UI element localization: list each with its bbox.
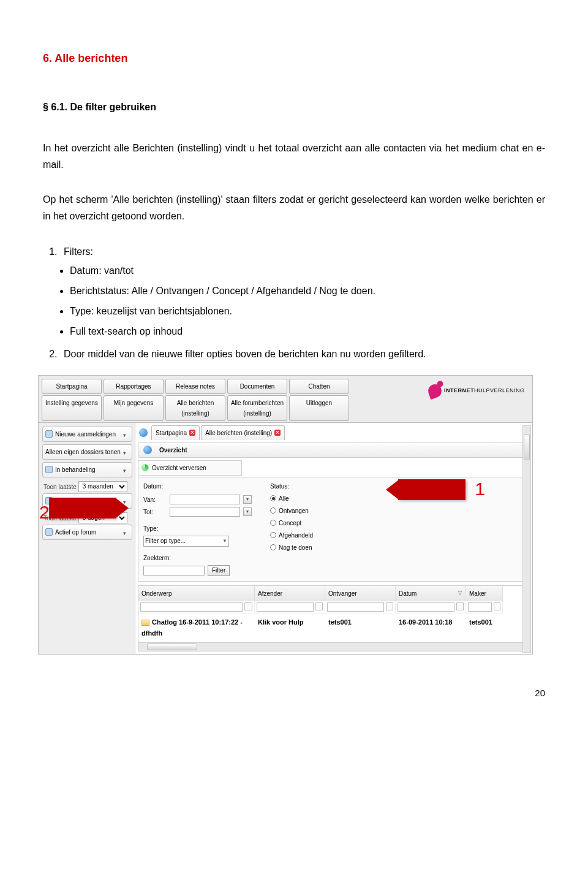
- section-label: Overzicht: [159, 445, 187, 455]
- status-radio[interactable]: Alle: [270, 493, 313, 504]
- col-filter-input[interactable]: [327, 602, 384, 612]
- col-maker[interactable]: Maker: [466, 586, 503, 601]
- radio-label: Nog te doen: [279, 542, 312, 553]
- radio-label: Concept: [279, 518, 301, 528]
- filter-button[interactable]: Filter: [208, 565, 230, 576]
- nav-button[interactable]: Chatten: [289, 379, 349, 394]
- tot-label: Tot:: [143, 507, 167, 517]
- chevron-down-icon: ▼: [222, 537, 227, 545]
- date-from-input[interactable]: [170, 495, 240, 504]
- refresh-label: Overzicht verversen: [152, 463, 206, 473]
- type-label: Type:: [143, 523, 252, 534]
- bullet-item: Datum: van/tot: [70, 262, 545, 279]
- logo-text: INTERNETHULPVERLENING: [444, 386, 525, 395]
- list-item-intro: Filters:: [64, 246, 93, 257]
- subsection-title: § 6.1. De filter gebruiken: [43, 99, 545, 115]
- chevron-icon: ▾: [123, 529, 129, 535]
- nav-button[interactable]: Uitloggen: [289, 395, 349, 421]
- calendar-icon[interactable]: ▾: [243, 507, 252, 516]
- messages-grid: Onderwerp Afzender Ontvanger Datum▽ Make…: [138, 585, 530, 651]
- date-to-input[interactable]: [170, 507, 240, 517]
- filter-menu-icon[interactable]: [315, 602, 323, 610]
- radio-label: Ontvangen: [279, 506, 309, 516]
- close-icon[interactable]: [274, 430, 281, 436]
- grid-header-row: Onderwerp Afzender Ontvanger Datum▽ Make…: [138, 586, 529, 601]
- nav-button[interactable]: Rapportages: [104, 379, 164, 394]
- filter-panel: Datum: Van: ▾ Tot: ▾ Type:: [138, 477, 530, 582]
- sidebar-item[interactable]: Nieuwe aanmeldingen ▾: [42, 427, 132, 442]
- nav-button[interactable]: Documenten: [227, 379, 287, 394]
- sidebar-item[interactable]: In behandeling ▾: [42, 462, 132, 477]
- bullet-item: Berichtstatus: Alle / Ontvangen / Concep…: [70, 283, 545, 299]
- callout-number-1: 1: [475, 473, 485, 504]
- nav-button[interactable]: Alle berichten (instelling): [165, 395, 225, 421]
- grid-filter-row: [138, 601, 529, 613]
- sidebar-item[interactable]: Actief op forum ▾: [42, 525, 132, 540]
- close-icon[interactable]: [189, 430, 195, 436]
- calendar-icon[interactable]: ▾: [243, 495, 252, 504]
- nav-button[interactable]: Mijn gegevens: [104, 395, 164, 421]
- folder-icon: [45, 466, 53, 473]
- cell-datum: 16-09-2011 10:18: [396, 613, 466, 642]
- sidebar-item-label: Actief op forum: [55, 527, 96, 537]
- col-ontvanger[interactable]: Ontvanger: [325, 586, 396, 601]
- radio-label: Alle: [279, 493, 289, 504]
- chevron-icon: ▾: [123, 431, 129, 437]
- tab-label: Alle berichten (instelling): [205, 428, 272, 438]
- globe-icon: [143, 446, 152, 454]
- scrollbar-horizontal[interactable]: [138, 642, 529, 651]
- status-radio[interactable]: Nog te doen: [270, 542, 313, 553]
- list-item-2: Door middel van de nieuwe filter opties …: [60, 346, 545, 362]
- filter-menu-icon[interactable]: [494, 602, 500, 610]
- numbered-list: Filters: Datum: van/tot Berichtstatus: A…: [60, 243, 545, 363]
- radio-icon: [270, 520, 276, 526]
- col-filter-input[interactable]: [468, 602, 492, 612]
- van-label: Van:: [143, 495, 167, 505]
- tab-startpagina[interactable]: Startpagina: [151, 425, 200, 440]
- screenshot-figure: INTERNETHULPVERLENING Startpagina Rappor…: [43, 375, 545, 655]
- callout-arrow-2: [49, 498, 116, 518]
- radio-icon: [270, 495, 276, 501]
- nav-button[interactable]: Release notes: [165, 379, 225, 394]
- col-onderwerp[interactable]: Onderwerp: [138, 586, 255, 601]
- body-paragraph-2: Op het scherm 'Alle berichten (instellin…: [43, 191, 545, 224]
- tab-label: Startpagina: [156, 428, 187, 438]
- nav-button[interactable]: Startpagina: [42, 379, 102, 394]
- filter-menu-icon[interactable]: [244, 602, 252, 610]
- radio-icon: [270, 532, 276, 538]
- refresh-icon: [141, 464, 149, 471]
- tab-alle-berichten[interactable]: Alle berichten (instelling): [201, 425, 285, 440]
- col-afzender[interactable]: Afzender: [255, 586, 325, 601]
- filter-menu-icon[interactable]: [386, 602, 393, 610]
- nav-button[interactable]: Alle forumberichten (instelling): [227, 395, 287, 421]
- filter-menu-icon[interactable]: [456, 602, 464, 610]
- scrollbar-vertical[interactable]: [522, 425, 531, 653]
- cell-ontvanger: tets001: [325, 613, 396, 642]
- status-radio[interactable]: Ontvangen: [270, 506, 313, 516]
- status-radio[interactable]: Concept: [270, 518, 313, 528]
- cell-maker: tets001: [466, 613, 503, 642]
- type-select-value: Filter op type...: [145, 536, 186, 546]
- status-radio[interactable]: Afgehandeld: [270, 530, 313, 541]
- type-select[interactable]: Filter op type... ▼: [143, 536, 229, 547]
- col-filter-input[interactable]: [140, 602, 243, 612]
- sidebar-item[interactable]: Alleen eigen dossiers tonen ▾: [42, 444, 132, 460]
- sidebar-item-label: In behandeling: [55, 465, 96, 475]
- datum-label: Datum:: [143, 481, 252, 492]
- radio-icon: [270, 507, 276, 514]
- globe-icon: [139, 428, 148, 437]
- refresh-button[interactable]: Overzicht verversen: [138, 460, 242, 476]
- message-icon: [141, 620, 149, 626]
- table-row[interactable]: Chatlog 16-9-2011 10:17:22 - dfhdfh Klik…: [138, 613, 529, 642]
- col-filter-input[interactable]: [398, 602, 454, 612]
- sidebar-label: Toon laatste 3 maanden: [43, 481, 132, 492]
- col-filter-input[interactable]: [257, 602, 314, 612]
- bullet-item: Full text-search op inhoud: [70, 323, 545, 340]
- cell-afzender: Klik voor Hulp: [255, 613, 325, 642]
- nav-button[interactable]: Instelling gegevens: [42, 395, 102, 421]
- chevron-icon: ▾: [123, 449, 129, 455]
- sidebar-select[interactable]: 3 maanden: [78, 481, 127, 492]
- main-pane: Startpagina Alle berichten (instelling) …: [135, 423, 532, 654]
- search-input[interactable]: [143, 566, 205, 575]
- col-datum[interactable]: Datum▽: [396, 586, 466, 601]
